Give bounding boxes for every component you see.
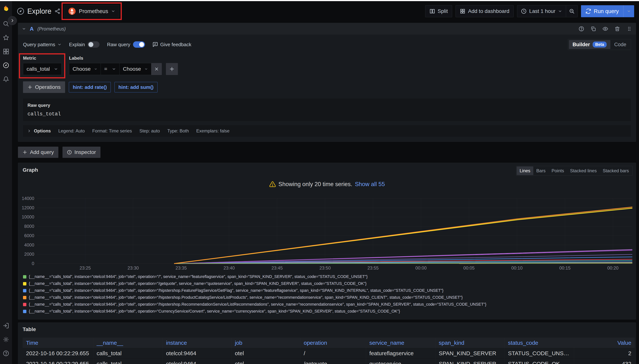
remove-label-filter-button[interactable] — [151, 63, 162, 75]
raw-query-label: Raw query — [28, 103, 626, 108]
legend-color-chip — [23, 303, 26, 306]
table-cell: 2022-10-16 00:22:29.655 — [23, 358, 93, 364]
graph-mode-stacked-lines[interactable]: Stacked lines — [567, 166, 600, 175]
metric-field-annotated: Metric calls_total — [23, 56, 62, 75]
code-mode-tab[interactable]: Code — [610, 40, 630, 49]
column-header-operation[interactable]: operation — [300, 338, 366, 348]
query-row-header[interactable]: A (Prometheus) — [18, 23, 636, 34]
legend-color-chip — [23, 289, 26, 292]
star-icon[interactable] — [2, 34, 10, 42]
hide-query-eye-icon[interactable] — [602, 26, 608, 32]
graph-mode-stacked-bars[interactable]: Stacked bars — [600, 166, 632, 175]
settings-gear-icon[interactable] — [2, 336, 10, 344]
explore-nav-icon[interactable] — [2, 61, 10, 70]
query-hint-button-0[interactable]: hint: add rate() — [69, 82, 111, 92]
add-label-filter-button[interactable] — [166, 63, 178, 75]
query-datasource-hint: (Prometheus) — [38, 26, 66, 32]
query-patterns-label: Query patterns — [23, 42, 55, 48]
prometheus-icon — [68, 7, 76, 15]
graph-panel: Graph LinesBarsPointsStacked linesStacke… — [18, 163, 636, 320]
column-header-value[interactable]: Value — [574, 338, 635, 348]
share-icon[interactable] — [54, 8, 60, 14]
table-cell: 2 — [574, 348, 635, 358]
column-header-instance[interactable]: instance — [162, 338, 232, 348]
datasource-picker[interactable]: Prometheus — [64, 5, 119, 18]
split-button[interactable]: Split — [425, 5, 452, 17]
warning-text: Showing only 20 time series. — [278, 181, 352, 188]
add-operation-button[interactable]: Operations — [23, 81, 65, 93]
header-right: Split Add to dashboard Last 1 hour Run q… — [425, 5, 634, 17]
dashboards-icon[interactable] — [2, 47, 10, 56]
query-editor-panel: A (Prometheus) Query patterns Explain — [18, 23, 636, 142]
builder-label: Builder — [572, 42, 590, 48]
inspector-button[interactable]: Inspector — [62, 147, 100, 158]
series-limit-warning: Showing only 20 time series. Show all 55 — [18, 181, 636, 188]
builder-mode-tab[interactable]: Builder Beta — [569, 40, 610, 49]
graph-mode-bars[interactable]: Bars — [533, 166, 548, 175]
help-icon[interactable] — [2, 349, 10, 358]
query-patterns-button[interactable]: Query patterns — [23, 42, 62, 48]
legend-item[interactable]: {__name__="calls_total", instance="otelc… — [23, 274, 632, 279]
collapse-chevron-icon[interactable] — [22, 27, 26, 31]
editor-mode-switch: Builder Beta Code — [568, 39, 631, 50]
split-label: Split — [438, 8, 448, 14]
column-header--name-[interactable]: __name__ — [93, 338, 162, 348]
show-all-series-link[interactable]: Show all 55 — [355, 181, 385, 188]
query-hint-button-1[interactable]: hint: add sum() — [114, 82, 158, 92]
run-query-dropdown[interactable] — [623, 5, 634, 17]
run-query-button[interactable]: Run query — [581, 5, 623, 17]
sign-in-icon[interactable] — [2, 322, 10, 330]
query-ref-id[interactable]: A — [30, 26, 34, 32]
svg-text:00:15: 00:15 — [559, 266, 570, 270]
remove-query-trash-icon[interactable] — [614, 26, 620, 32]
explain-toggle[interactable] — [88, 41, 100, 48]
give-feedback-button[interactable]: Give feedback — [152, 42, 191, 48]
raw-query-toggle[interactable] — [133, 41, 145, 48]
table-cell: otel — [232, 358, 300, 364]
drag-handle-icon[interactable] — [626, 26, 632, 32]
code-label: Code — [614, 42, 626, 48]
label-operator-select[interactable]: = — [101, 63, 120, 75]
close-icon — [154, 66, 159, 72]
graph-mode-points[interactable]: Points — [548, 166, 567, 175]
query-row-actions — [578, 26, 632, 32]
inspector-label: Inspector — [74, 149, 96, 155]
time-series-chart[interactable]: 0200040006000800010000120001400023:2523:… — [22, 196, 634, 271]
clock-icon — [521, 8, 526, 14]
column-header-time[interactable]: Time — [23, 338, 93, 348]
chevron-down-icon — [627, 9, 631, 13]
plus-icon — [169, 66, 174, 72]
column-header-job[interactable]: job — [232, 338, 300, 348]
chevron-down-icon — [58, 42, 62, 46]
label-key-select[interactable]: Choose — [69, 63, 101, 75]
table-cell: STATUS_CODE_UNSET — [504, 348, 574, 358]
add-to-dashboard-button[interactable]: Add to dashboard — [456, 5, 514, 17]
time-range-button[interactable]: Last 1 hour — [517, 6, 566, 17]
zoom-out-time-button[interactable] — [566, 6, 578, 17]
column-header-span-kind[interactable]: span_kind — [435, 338, 504, 348]
label-filter-row: Choose = Choose — [69, 63, 178, 75]
legend-item[interactable]: {__name__="calls_total", instance="otelc… — [23, 309, 632, 314]
comment-icon — [152, 42, 158, 47]
duplicate-query-icon[interactable] — [590, 26, 596, 32]
label-value-select[interactable]: Choose — [120, 63, 151, 75]
legend-item[interactable]: {__name__="calls_total", instance="otelc… — [23, 302, 632, 307]
add-query-button[interactable]: Add query — [18, 147, 58, 158]
column-header-service-name[interactable]: service_name — [366, 338, 435, 348]
zoom-out-icon — [569, 8, 575, 14]
grafana-logo[interactable] — [2, 4, 10, 12]
sidebar-expand-button[interactable] — [8, 16, 17, 25]
legend-item[interactable]: {__name__="calls_total", instance="otelc… — [23, 281, 632, 286]
split-icon — [430, 8, 435, 14]
page-title: Explore — [27, 7, 52, 15]
legend-item[interactable]: {__name__="calls_total", instance="otelc… — [23, 295, 632, 300]
metric-select[interactable]: calls_total — [23, 63, 62, 75]
options-toggle[interactable]: Options — [27, 128, 51, 134]
table-cell: calls_total — [93, 348, 162, 358]
query-help-icon[interactable] — [578, 26, 584, 32]
alerting-bell-icon[interactable] — [2, 75, 10, 83]
graph-mode-lines[interactable]: Lines — [517, 166, 533, 175]
legend-label: {__name__="calls_total", instance="otelc… — [29, 302, 486, 307]
column-header-status-code[interactable]: status_code — [504, 338, 574, 348]
legend-item[interactable]: {__name__="calls_total", instance="otelc… — [23, 288, 632, 293]
